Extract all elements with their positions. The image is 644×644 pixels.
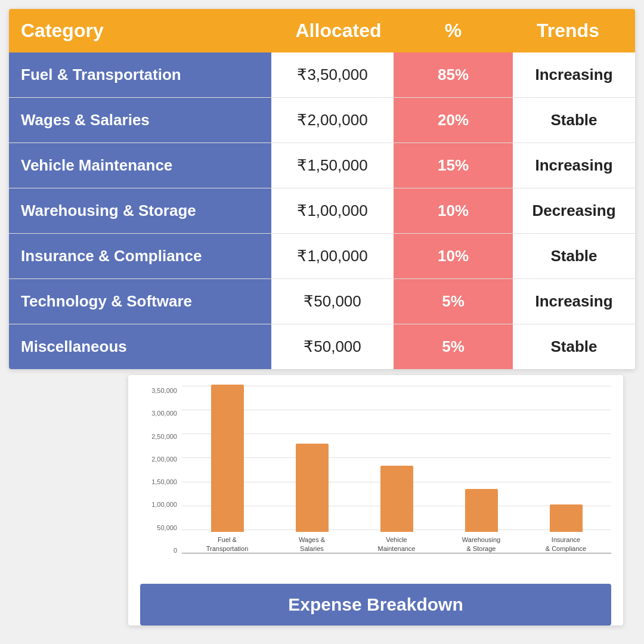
category-cell: Technology & Software [9,279,271,324]
pct-cell: 85% [394,52,513,97]
table-header: Category Allocated % Trends [9,9,635,52]
trend-cell: Increasing [513,279,635,324]
bar-label: Wages &Salaries [299,535,325,553]
trend-cell: Decreasing [513,188,635,233]
table-row: Fuel & Transportation ₹3,50,000 85% Incr… [9,52,635,98]
pct-cell: 15% [394,143,513,188]
pct-cell: 5% [394,279,513,324]
table-row: Insurance & Compliance ₹1,00,000 10% Sta… [9,234,635,279]
bar-group: VehicleMaintenance [357,466,436,553]
y-label: 3,00,000 [140,410,182,417]
allocated-cell: ₹50,000 [271,279,394,324]
trend-cell: Increasing [513,52,635,97]
allocated-cell: ₹50,000 [271,324,394,369]
pct-cell: 5% [394,324,513,369]
y-label: 2,00,000 [140,456,182,463]
header-pct: % [394,20,513,42]
category-cell: Wages & Salaries [9,98,271,143]
bar [296,444,329,532]
bar-label: VehicleMaintenance [378,535,416,553]
trend-cell: Stable [513,98,635,143]
bar [211,385,244,532]
table-row: Wages & Salaries ₹2,00,000 20% Stable [9,98,635,143]
bar-group: Wages &Salaries [273,444,351,553]
bar-label: Fuel &Transportation [206,535,249,553]
pct-cell: 10% [394,188,513,233]
allocated-cell: ₹1,50,000 [271,143,394,188]
bar [465,489,498,532]
trend-cell: Increasing [513,143,635,188]
chart-section: 050,0001,00,0001,50,0002,00,0002,50,0003… [128,375,623,626]
chart-inner: Fuel &TransportationWages &SalariesVehic… [182,386,611,554]
y-label: 3,50,000 [140,387,182,394]
bar-group: Fuel &Transportation [188,385,267,553]
table-row: Miscellaneous ₹50,000 5% Stable [9,324,635,369]
allocated-cell: ₹3,50,000 [271,52,394,97]
y-label: 1,50,000 [140,478,182,485]
header-allocated: Allocated [283,20,394,42]
table-body: Fuel & Transportation ₹3,50,000 85% Incr… [9,52,635,369]
table-section: Category Allocated % Trends Fuel & Trans… [9,9,635,369]
bar-label: Warehousing& Storage [462,535,500,553]
pct-cell: 10% [394,234,513,278]
table-row: Technology & Software ₹50,000 5% Increas… [9,279,635,324]
bar-group: Warehousing& Storage [442,489,521,553]
chart-footer: Expense Breakdown [140,584,611,626]
grid-line [182,553,611,554]
header-category: Category [21,20,283,42]
category-cell: Miscellaneous [9,324,271,369]
trend-cell: Stable [513,324,635,369]
bar-group: Insurance& Compliance [527,504,605,553]
y-axis: 050,0001,00,0001,50,0002,00,0002,50,0003… [140,387,182,554]
table-row: Warehousing & Storage ₹1,00,000 10% Decr… [9,188,635,234]
pct-cell: 20% [394,98,513,143]
category-cell: Insurance & Compliance [9,234,271,278]
header-trends: Trends [513,20,623,42]
trend-cell: Stable [513,234,635,278]
page-wrapper: Category Allocated % Trends Fuel & Trans… [0,0,644,644]
y-label: 2,50,000 [140,433,182,440]
allocated-cell: ₹2,00,000 [271,98,394,143]
category-cell: Fuel & Transportation [9,52,271,97]
allocated-cell: ₹1,00,000 [271,188,394,233]
bar-label: Insurance& Compliance [546,535,586,553]
chart-area: 050,0001,00,0001,50,0002,00,0002,50,0003… [140,387,611,578]
y-label: 50,000 [140,524,182,531]
bars-container: Fuel &TransportationWages &SalariesVehic… [182,386,611,553]
bar [550,504,583,532]
category-cell: Warehousing & Storage [9,188,271,233]
table-row: Vehicle Maintenance ₹1,50,000 15% Increa… [9,143,635,188]
y-label: 0 [140,547,182,554]
category-cell: Vehicle Maintenance [9,143,271,188]
y-label: 1,00,000 [140,501,182,508]
bar [380,466,413,532]
allocated-cell: ₹1,00,000 [271,234,394,278]
